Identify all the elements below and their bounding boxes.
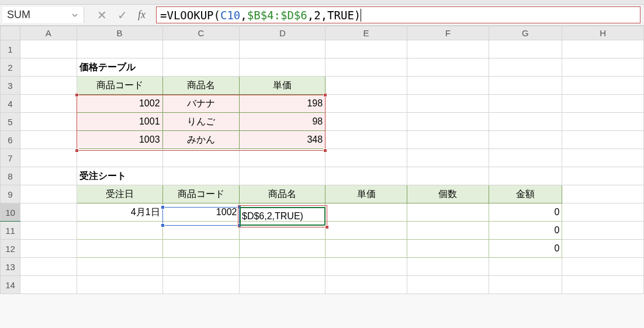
- cell[interactable]: [326, 276, 407, 294]
- cell[interactable]: [162, 276, 240, 294]
- table1-r1-price[interactable]: 98: [240, 113, 326, 131]
- row-head-14[interactable]: 14: [1, 276, 20, 294]
- cell[interactable]: [326, 240, 407, 258]
- cell-D10-editing[interactable]: [240, 203, 326, 222]
- table1-r0-name[interactable]: バナナ: [162, 95, 240, 113]
- cell[interactable]: [562, 58, 644, 77]
- cell[interactable]: [20, 58, 77, 77]
- cell[interactable]: [326, 149, 407, 167]
- cell[interactable]: [407, 131, 489, 149]
- table2-r0-code[interactable]: 1002: [162, 203, 240, 222]
- cell[interactable]: [489, 40, 562, 58]
- col-head-H[interactable]: H: [562, 26, 644, 40]
- table1-r1-code[interactable]: 1001: [77, 113, 162, 131]
- cell[interactable]: [240, 58, 326, 77]
- cell[interactable]: [240, 40, 326, 58]
- cell[interactable]: [162, 167, 240, 185]
- cell[interactable]: [562, 95, 644, 113]
- cell[interactable]: [562, 149, 644, 167]
- table1-header-price[interactable]: 単価: [240, 77, 326, 95]
- cell[interactable]: [489, 276, 562, 294]
- cell[interactable]: [326, 258, 407, 276]
- cell[interactable]: [562, 240, 644, 258]
- cell[interactable]: [407, 222, 489, 240]
- cell[interactable]: [77, 149, 162, 167]
- cell[interactable]: [162, 222, 240, 240]
- cell[interactable]: [562, 185, 644, 203]
- cell[interactable]: [407, 40, 489, 58]
- cell[interactable]: [20, 77, 77, 95]
- title-price-table[interactable]: 価格テーブル: [77, 58, 162, 77]
- cell[interactable]: [77, 276, 162, 294]
- col-head-A[interactable]: A: [20, 26, 77, 40]
- row-head-13[interactable]: 13: [1, 258, 20, 276]
- cell[interactable]: [326, 167, 407, 185]
- row-head-5[interactable]: 5: [1, 113, 20, 131]
- cell[interactable]: [162, 258, 240, 276]
- cell[interactable]: [489, 77, 562, 95]
- col-head-D[interactable]: D: [240, 26, 326, 40]
- cell[interactable]: [20, 276, 77, 294]
- enter-icon[interactable]: ✓: [117, 8, 127, 22]
- formula-input[interactable]: =VLOOKUP(C10,$B$4:$D$6,2,TRUE): [156, 6, 640, 23]
- cell[interactable]: [240, 258, 326, 276]
- cell[interactable]: [77, 222, 162, 240]
- cell[interactable]: [20, 95, 77, 113]
- cell[interactable]: [489, 58, 562, 77]
- cell[interactable]: [562, 113, 644, 131]
- cell[interactable]: [407, 113, 489, 131]
- cell[interactable]: [489, 95, 562, 113]
- cell[interactable]: [20, 240, 77, 258]
- table1-r2-code[interactable]: 1003: [77, 131, 162, 149]
- cell[interactable]: [407, 276, 489, 294]
- cell[interactable]: [20, 113, 77, 131]
- select-all-corner[interactable]: [1, 26, 20, 40]
- cell[interactable]: [562, 131, 644, 149]
- table2-h2[interactable]: 商品名: [240, 185, 326, 203]
- cell[interactable]: [489, 167, 562, 185]
- cell[interactable]: [20, 185, 77, 203]
- cells-table[interactable]: A B C D E F G H 1 2 価格テーブル 3 商品コード 商品名: [0, 26, 644, 294]
- col-head-E[interactable]: E: [326, 26, 407, 40]
- cell[interactable]: [20, 203, 77, 222]
- cell[interactable]: [407, 77, 489, 95]
- cell[interactable]: [489, 113, 562, 131]
- col-head-C[interactable]: C: [162, 26, 240, 40]
- row-head-9[interactable]: 9: [1, 185, 20, 203]
- fx-icon[interactable]: fx: [138, 9, 146, 21]
- row-head-12[interactable]: 12: [1, 240, 20, 258]
- cell[interactable]: [326, 40, 407, 58]
- cell[interactable]: [162, 58, 240, 77]
- cell[interactable]: [407, 149, 489, 167]
- col-head-B[interactable]: B: [77, 26, 162, 40]
- col-head-G[interactable]: G: [489, 26, 562, 40]
- cell[interactable]: [407, 167, 489, 185]
- cell[interactable]: [162, 40, 240, 58]
- cell[interactable]: [326, 95, 407, 113]
- cell[interactable]: [240, 149, 326, 167]
- row-head-11[interactable]: 11: [1, 222, 20, 240]
- row-head-10[interactable]: 10: [1, 203, 20, 222]
- cell[interactable]: [562, 167, 644, 185]
- cell[interactable]: [489, 258, 562, 276]
- table2-r0-date[interactable]: 4月1日: [77, 203, 162, 222]
- row-head-4[interactable]: 4: [1, 95, 20, 113]
- cell[interactable]: [562, 40, 644, 58]
- row-head-2[interactable]: 2: [1, 58, 20, 77]
- cell[interactable]: [326, 113, 407, 131]
- cancel-icon[interactable]: ✕: [97, 8, 107, 22]
- table2-h0[interactable]: 受注日: [77, 185, 162, 203]
- cell[interactable]: [562, 276, 644, 294]
- row-head-1[interactable]: 1: [1, 40, 20, 58]
- cell[interactable]: [562, 203, 644, 222]
- row-head-6[interactable]: 6: [1, 131, 20, 149]
- cell[interactable]: [326, 77, 407, 95]
- table1-header-name[interactable]: 商品名: [162, 77, 240, 95]
- cell[interactable]: [20, 222, 77, 240]
- cell[interactable]: [77, 40, 162, 58]
- table1-r2-price[interactable]: 348: [240, 131, 326, 149]
- table1-r1-name[interactable]: りんご: [162, 113, 240, 131]
- cell[interactable]: [562, 258, 644, 276]
- cell[interactable]: [407, 258, 489, 276]
- cell[interactable]: [20, 258, 77, 276]
